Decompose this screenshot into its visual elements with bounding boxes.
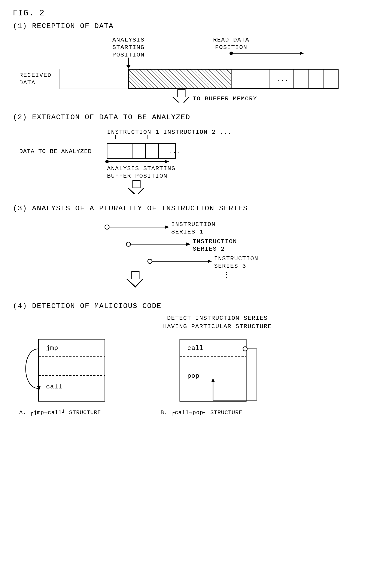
- svg-marker-61: [208, 260, 212, 263]
- svg-point-49: [105, 225, 109, 229]
- svg-text:INSTRUCTION: INSTRUCTION: [214, 255, 258, 262]
- svg-marker-51: [165, 225, 169, 229]
- svg-marker-56: [186, 243, 190, 246]
- svg-text:READ DATA: READ DATA: [213, 37, 249, 43]
- svg-text:DATA: DATA: [19, 79, 35, 86]
- svg-rect-15: [129, 69, 231, 89]
- svg-marker-9: [300, 52, 304, 55]
- svg-text:INSTRUCTION: INSTRUCTION: [193, 238, 237, 245]
- section-2-diagram: INSTRUCTION 1 INSTRUCTION 2 ... DATA TO …: [13, 125, 377, 194]
- svg-text:call: call: [187, 345, 204, 352]
- svg-text:STARTING: STARTING: [112, 44, 144, 51]
- svg-text:BUFFER POSITION: BUFFER POSITION: [107, 173, 167, 179]
- svg-text:TO BUFFER MEMORY: TO BUFFER MEMORY: [193, 95, 257, 102]
- section-3-diagram: INSTRUCTION SERIES 1 INSTRUCTION SERIES …: [13, 216, 377, 291]
- section-1-label: (1) RECEPTION OF DATA: [13, 22, 379, 30]
- svg-text:jmp: jmp: [46, 345, 58, 352]
- svg-point-54: [126, 242, 131, 246]
- section-4-label: (4) DETECTION OF MALICIOUS CODE: [13, 302, 379, 310]
- svg-text:DATA TO BE ANALYZED: DATA TO BE ANALYZED: [19, 148, 92, 155]
- section-2-label: (2) EXTRACTION OF DATA TO BE ANALYZED: [13, 113, 379, 121]
- svg-text:...: ...: [169, 148, 180, 155]
- svg-rect-25: [178, 90, 185, 97]
- svg-text:A. ┌jmp→call┘ STRUCTURE: A. ┌jmp→call┘ STRUCTURE: [19, 410, 101, 416]
- svg-text:ANALYSIS: ANALYSIS: [112, 37, 144, 43]
- section-1-diagram: ANALYSIS STARTING POSITION READ DATA POS…: [13, 34, 377, 103]
- svg-text:pop: pop: [187, 372, 200, 380]
- section-3-label: (3) ANALYSIS OF A PLURALITY OF INSTRUCTI…: [13, 204, 379, 212]
- section-3: (3) ANALYSIS OF A PLURALITY OF INSTRUCTI…: [13, 204, 379, 291]
- svg-text:...: ...: [276, 75, 289, 83]
- svg-text:POSITION: POSITION: [112, 52, 144, 58]
- section-4: (4) DETECTION OF MALICIOUS CODE DETECT I…: [13, 302, 379, 444]
- svg-rect-46: [133, 180, 140, 188]
- svg-rect-13: [60, 69, 129, 89]
- svg-text:SERIES 2: SERIES 2: [193, 246, 225, 252]
- svg-rect-65: [132, 272, 139, 279]
- section-4-diagram: jmp call A. ┌jmp→call┘ STRUCTURE call po…: [13, 337, 377, 444]
- svg-text:ANALYSIS STARTING: ANALYSIS STARTING: [107, 165, 176, 172]
- svg-rect-34: [107, 143, 176, 158]
- svg-point-59: [148, 259, 152, 263]
- svg-marker-6: [126, 65, 131, 69]
- section-2: (2) EXTRACTION OF DATA TO BE ANALYZED IN…: [13, 113, 379, 194]
- figure-title: FIG. 2: [13, 9, 379, 18]
- section-1: (1) RECEPTION OF DATA ANALYSIS STARTING …: [13, 22, 379, 103]
- svg-point-41: [105, 160, 109, 163]
- svg-text:call: call: [46, 383, 62, 390]
- svg-text:SERIES 3: SERIES 3: [214, 263, 246, 269]
- svg-text:POSITION: POSITION: [215, 44, 247, 51]
- svg-text:RECEIVED: RECEIVED: [19, 72, 51, 79]
- svg-text:⋮: ⋮: [223, 271, 230, 280]
- detect-label: DETECT INSTRUCTION SERIESHAVING PARTICUL…: [56, 314, 379, 331]
- svg-text:SERIES 1: SERIES 1: [171, 229, 203, 235]
- svg-marker-43: [165, 160, 169, 163]
- svg-text:INSTRUCTION: INSTRUCTION: [171, 221, 216, 228]
- svg-point-79: [243, 347, 247, 351]
- svg-text:INSTRUCTION 1  INSTRUCTION 2 .: INSTRUCTION 1 INSTRUCTION 2 ...: [107, 129, 232, 135]
- svg-text:B. ┌call→pop┘ STRUCTURE: B. ┌call→pop┘ STRUCTURE: [161, 410, 242, 416]
